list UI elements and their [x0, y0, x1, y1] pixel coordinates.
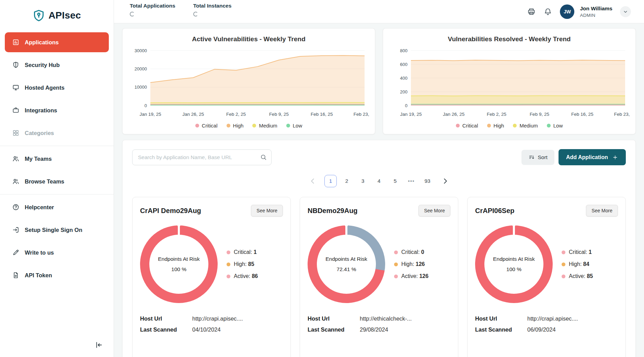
stat-dot [562, 250, 565, 254]
sidebar-item-api-token[interactable]: API Token [5, 265, 109, 285]
stat-dot [394, 250, 398, 254]
host-url-row: Host Urlhttp://ethicalcheck-... [308, 315, 450, 322]
stat-text: Active: 126 [401, 273, 428, 279]
pagination-page-3[interactable]: 3 [357, 175, 369, 187]
pagination-prev-icon[interactable] [308, 177, 317, 186]
host-url-label: Host Url [308, 315, 360, 322]
collapse-sidebar-icon[interactable] [94, 341, 103, 349]
legend-item: High [227, 123, 244, 129]
sidebar-item-applications[interactable]: Applications [5, 32, 109, 52]
add-application-button[interactable]: Add Application [559, 149, 626, 165]
sort-button[interactable]: Sort [521, 150, 554, 165]
apisec-logo-icon [33, 9, 45, 22]
application-card-header: CrAPI06SepSee More [475, 205, 618, 216]
last-scanned-value: 04/10/2024 [192, 326, 221, 333]
application-meta: Host Urlhttp://crapi.apisec....Last Scan… [140, 315, 283, 333]
legend-dot [456, 124, 460, 127]
see-more-button[interactable]: See More [586, 205, 618, 216]
vuln-stats: Critical: 0High: 126Active: 126 [394, 249, 428, 279]
header-stats: Total ApplicationsTotal Instances [130, 0, 231, 16]
vuln-stats: Critical: 1High: 84Active: 85 [562, 249, 593, 279]
trend-charts-row: Active Vulnerabilities - Weekly Trend010… [122, 28, 636, 134]
stat-text: Active: 85 [569, 273, 593, 279]
host-url-value: http://crapi.apisec.... [192, 315, 243, 322]
application-card: NBDemo29AugSee MoreEndpoints At Risk72.4… [300, 197, 458, 357]
host-url-row: Host Urlhttp://crapi.apisec.... [140, 315, 283, 322]
sort-icon [528, 154, 535, 160]
main-area: Total ApplicationsTotal Instances JW Jon… [114, 0, 644, 357]
svg-text:Jan 26, 25: Jan 26, 25 [182, 112, 204, 117]
donut-center-label: Endpoints At Risk [325, 256, 367, 262]
application-card-header: NBDemo29AugSee More [308, 205, 450, 216]
sidebar-item-categories: Categories [5, 123, 109, 143]
application-name: CrAPI Demo29Aug [140, 207, 201, 215]
legend-label: High [233, 123, 244, 129]
legend-label: Medium [259, 123, 277, 129]
pagination-page-4[interactable]: 4 [373, 175, 385, 187]
legend-dot [513, 124, 517, 127]
pagination-page-1[interactable]: 1 [324, 175, 337, 187]
sidebar-item-label: Hosted Agents [25, 85, 65, 91]
legend-dot [227, 124, 230, 127]
stat-text: High: 85 [234, 261, 254, 267]
vuln-stat: High: 84 [562, 261, 593, 267]
last-scanned-label: Last Scanned [475, 326, 527, 333]
donut-center: Endpoints At Risk100 % [149, 235, 208, 294]
sidebar-item-my-teams[interactable]: My Teams [5, 149, 109, 169]
user-menu-chevron-icon[interactable] [620, 6, 631, 17]
loading-spinner-icon [193, 12, 198, 16]
trend-chart: 0100002000030000Jan 19, 25Jan 26, 25Feb … [128, 46, 370, 120]
printer-icon[interactable] [527, 7, 536, 16]
legend-label: Critical [462, 123, 478, 129]
sidebar-item-security-hub[interactable]: Security Hub [5, 55, 109, 75]
last-scanned-label: Last Scanned [308, 326, 360, 333]
search-input[interactable] [132, 149, 272, 165]
plus-icon [612, 154, 618, 160]
sidebar-item-hosted-agents[interactable]: Hosted Agents [5, 78, 109, 98]
chart-legend: CriticalHighMediumLow [387, 123, 632, 129]
legend-label: High [494, 123, 504, 129]
pagination-page-93[interactable]: 93 [421, 175, 434, 187]
sidebar-item-helpcenter[interactable]: Helpcenter [5, 197, 109, 217]
sidebar-item-label: Categories [25, 130, 54, 136]
content: Active Vulnerabilities - Weekly Trend010… [114, 23, 644, 357]
last-scanned-row: Last Scanned06/09/2024 [475, 326, 618, 333]
sidebar-item-write-to-us[interactable]: Write to us [5, 243, 109, 263]
pagination-page-2[interactable]: 2 [341, 175, 353, 187]
toolbar-actions: Sort Add Application [521, 149, 626, 165]
legend-label: Critical [202, 123, 218, 129]
legend-dot [547, 124, 551, 127]
see-more-button[interactable]: See More [418, 205, 450, 216]
bell-icon[interactable] [543, 7, 552, 16]
sort-label: Sort [538, 154, 548, 160]
pagination-next-icon[interactable] [441, 177, 450, 186]
sidebar-item-setup-single-sign-on[interactable]: Setup Single Sign On [5, 220, 109, 240]
legend-dot [195, 124, 199, 127]
stat-dot [227, 250, 230, 254]
sidebar-item-browse-teams[interactable]: Browse Teams [5, 171, 109, 191]
legend-dot [487, 124, 491, 127]
svg-text:Jan 19, 25: Jan 19, 25 [400, 112, 422, 117]
vuln-stat: Critical: 0 [394, 249, 428, 255]
application-card-body: Endpoints At Risk72.41 %Critical: 0High:… [308, 225, 450, 303]
users-icon [12, 155, 20, 163]
avatar[interactable]: JW [560, 4, 574, 19]
user-block: Jon Williams ADMIN [580, 5, 612, 18]
application-name: NBDemo29Aug [308, 207, 358, 215]
sidebar-item-label: Security Hub [25, 62, 60, 68]
header-stat: Total Instances [193, 3, 232, 16]
see-more-button[interactable]: See More [251, 205, 283, 216]
donut-center-value: 100 % [506, 266, 521, 272]
donut-center-label: Endpoints At Risk [493, 256, 534, 262]
legend-dot [252, 124, 256, 127]
briefcase-icon [12, 107, 20, 114]
vuln-stat: Active: 126 [394, 273, 428, 279]
search-icon [260, 154, 267, 161]
application-name: CrAPI06Sep [475, 207, 515, 215]
trend-chart-card: Vulnerabilities Resolved - Weekly Trend0… [383, 28, 636, 134]
last-scanned-value: 06/09/2024 [527, 326, 556, 333]
donut-center: Endpoints At Risk100 % [484, 235, 543, 294]
pagination-page-5[interactable]: 5 [389, 175, 401, 187]
sidebar-item-integrations[interactable]: Integrations [5, 100, 109, 120]
application-card-body: Endpoints At Risk100 %Critical: 1High: 8… [475, 225, 618, 303]
